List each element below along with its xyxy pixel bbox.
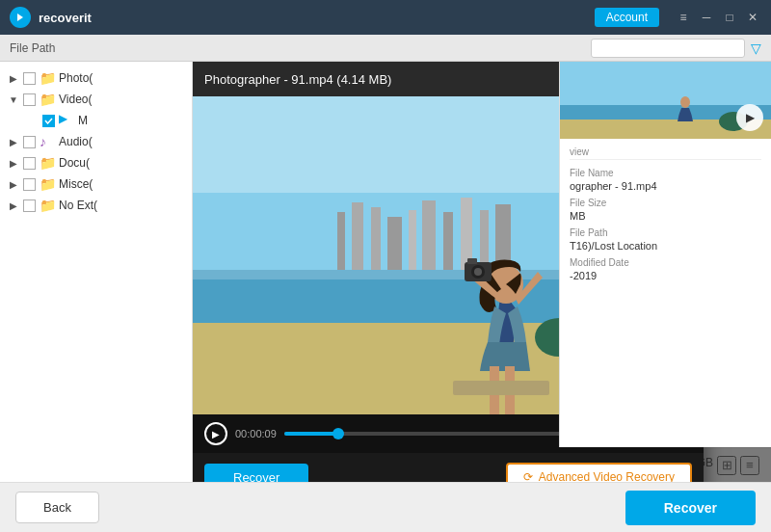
svg-rect-8: [422, 200, 436, 270]
tree-item-misc[interactable]: ▶ 📁 Misce(: [0, 173, 192, 195]
tree-item-photos[interactable]: ▶ 📁 Photo(: [0, 67, 192, 89]
tree-label-photos: Photo(: [59, 71, 93, 85]
folder-icon-videos: 📁: [40, 92, 55, 107]
preview-path-label: File Path: [570, 227, 761, 238]
tree-toggle-videos[interactable]: ▼: [8, 93, 19, 105]
play-overlay[interactable]: ▶: [736, 104, 763, 131]
preview-info: view File Name ographer - 91.mp4 File Si…: [560, 139, 771, 295]
preview-filename-label: File Name: [570, 168, 761, 178]
back-button[interactable]: Back: [15, 492, 99, 523]
title-bar-right: Account ≡ ─ □ ✕: [595, 8, 761, 27]
preview-date-label: Modified Date: [570, 257, 761, 268]
menu-button[interactable]: ≡: [675, 9, 692, 26]
tree-item-noext[interactable]: ▶ 📁 No Ext(: [0, 195, 192, 216]
app-logo-icon: [10, 7, 31, 28]
svg-rect-11: [480, 210, 489, 270]
right-panel: Name Size Type Date Modified ▶ VIDEO.mp4…: [193, 62, 771, 482]
progress-dot: [332, 428, 344, 439]
minimize-button[interactable]: ─: [698, 9, 715, 26]
recover-video-button[interactable]: Recover: [204, 464, 308, 483]
tree-checkbox-noext[interactable]: [23, 200, 36, 212]
tree-label-audio: Audio(: [59, 135, 93, 148]
tree-label-docs: Docu(: [59, 156, 90, 170]
tree-toggle-misc[interactable]: ▶: [8, 178, 19, 190]
maximize-button[interactable]: □: [721, 9, 738, 26]
svg-marker-0: [17, 13, 23, 21]
header-right: ▽: [591, 39, 761, 58]
svg-rect-30: [560, 62, 771, 110]
tree-toggle-noext[interactable]: ▶: [8, 200, 19, 211]
tree-toggle-docs[interactable]: ▶: [8, 157, 19, 169]
action-bar: Back Recover: [0, 482, 771, 532]
filter-icon[interactable]: ▽: [751, 40, 761, 56]
tree-toggle-photos[interactable]: ▶: [8, 72, 19, 84]
tree-item-audio[interactable]: ▶ ♪ Audio(: [0, 131, 192, 152]
svg-rect-4: [352, 202, 363, 270]
folder-icon: 📁: [40, 70, 55, 86]
audio-icon: ♪: [40, 134, 55, 149]
content-area: ▶ 📁 Photo( ▼ 📁 Video( ▶ M: [0, 62, 771, 482]
thumb-svg: [560, 62, 771, 139]
file-icon-m: ▶: [59, 113, 74, 128]
adv-recovery-icon: ⟳: [523, 470, 533, 482]
tree-checkbox-videos-m[interactable]: [42, 115, 55, 127]
advanced-video-recovery-button[interactable]: ⟳ Advanced Video Recovery: [506, 463, 692, 482]
tree-label-misc: Misce(: [59, 177, 93, 191]
folder-icon-docs: 📁: [40, 155, 55, 171]
svg-rect-7: [409, 210, 416, 270]
tree-checkbox-misc[interactable]: [23, 178, 36, 191]
file-tree-panel: ▶ 📁 Photo( ▼ 📁 Video( ▶ M: [0, 62, 193, 482]
title-bar: recoverit Account ≡ ─ □ ✕: [0, 0, 771, 35]
folder-icon-misc: 📁: [40, 176, 55, 192]
video-preview-overlay: Photographer - 91.mp4 (4.14 MB) ×: [193, 62, 771, 482]
preview-size-value: MB: [570, 210, 761, 222]
folder-icon-noext: 📁: [40, 198, 55, 213]
svg-rect-29: [453, 381, 549, 395]
progress-bar-fill: [284, 432, 338, 436]
search-input[interactable]: [591, 39, 745, 58]
tree-item-videos-m[interactable]: ▶ M: [0, 110, 192, 131]
play-button[interactable]: ▶: [204, 422, 227, 445]
tree-checkbox-videos[interactable]: [23, 93, 36, 106]
svg-point-34: [680, 96, 690, 108]
close-button[interactable]: ✕: [744, 9, 761, 26]
video-modal-actions: Recover ⟳ Advanced Video Recovery: [193, 453, 704, 482]
title-bar-left: recoverit: [10, 7, 92, 28]
svg-rect-6: [387, 217, 402, 270]
column-headers: File Path ▽: [0, 35, 771, 62]
main-container: File Path ▽ ▶ 📁 Photo( ▼ 📁 Video(: [0, 35, 771, 532]
svg-rect-9: [443, 212, 453, 270]
svg-rect-5: [371, 207, 381, 270]
preview-date-value: -2019: [570, 270, 761, 281]
tree-checkbox-audio[interactable]: [23, 136, 36, 148]
tree-label-videos-m: M: [78, 114, 88, 127]
preview-path-value: T16)/Lost Location: [570, 240, 761, 252]
current-time: 00:00:09: [235, 428, 277, 439]
svg-rect-24: [467, 258, 477, 264]
tree-label-videos: Video(: [59, 93, 92, 106]
account-button[interactable]: Account: [595, 8, 659, 27]
recover-main-button[interactable]: Recover: [625, 491, 756, 525]
tree-checkbox-docs[interactable]: [23, 157, 36, 170]
file-path-header: File Path: [10, 41, 202, 55]
tree-item-videos[interactable]: ▼ 📁 Video(: [0, 89, 192, 110]
tree-item-docs[interactable]: ▶ 📁 Docu(: [0, 152, 192, 173]
preview-thumbnail: ▶: [560, 62, 771, 139]
preview-size-label: File Size: [570, 198, 761, 208]
preview-filename-value: ographer - 91.mp4: [570, 180, 761, 192]
app-title: recoverit: [39, 11, 92, 25]
tree-checkbox-photos[interactable]: [23, 72, 36, 85]
tree-toggle-videos-m: [27, 115, 39, 126]
tree-label-noext: No Ext(: [59, 199, 97, 212]
tree-toggle-audio[interactable]: ▶: [8, 136, 19, 147]
preview-side-panel: ▶ view File Name ographer - 91.mp4 File …: [559, 62, 771, 447]
video-modal-title: Photographer - 91.mp4 (4.14 MB): [204, 72, 391, 87]
preview-view-label: view: [570, 146, 761, 157]
window-controls: ≡ ─ □ ✕: [675, 9, 761, 26]
svg-rect-3: [337, 212, 345, 270]
thumb-scene-bg: [560, 62, 771, 139]
adv-recovery-label: Advanced Video Recovery: [539, 470, 675, 482]
svg-point-26: [474, 268, 482, 276]
